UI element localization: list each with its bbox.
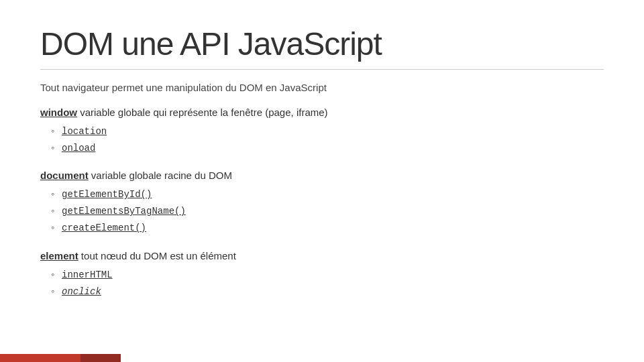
bullet-innerhtml: innerHTML (62, 269, 113, 280)
keyword-element: element (40, 250, 78, 261)
list-item: innerHTML (54, 267, 604, 284)
window-bullet-list: location onload (40, 123, 604, 157)
bullet-getelementbyid: getElementById() (62, 189, 152, 200)
section-window: window variable globale qui représente l… (40, 105, 604, 157)
section-document-title: document variable globale racine du DOM (40, 168, 604, 182)
bullet-onload: onload (62, 143, 95, 154)
list-item: onload (54, 140, 604, 157)
list-item: createElement() (54, 220, 604, 237)
keyword-window: window (40, 107, 77, 118)
bullet-getelementsbytagname: getElementsByTagName() (62, 206, 186, 217)
keyword-document: document (40, 170, 89, 181)
bullet-onclick: onclick (62, 286, 101, 297)
element-description: tout nœud du DOM est un élément (78, 250, 236, 261)
element-bullet-list: innerHTML onclick (40, 267, 604, 300)
document-description: variable globale racine du DOM (89, 170, 232, 181)
list-item: onclick (54, 284, 604, 300)
divider (40, 69, 604, 70)
dark-orange-bar (80, 354, 121, 362)
slide-subtitle: Tout navigateur permet une manipulation … (40, 82, 604, 93)
document-bullet-list: getElementById() getElementsByTagName() … (40, 186, 604, 236)
section-window-title: window variable globale qui représente l… (40, 105, 604, 119)
bullet-createelement: createElement() (62, 223, 146, 233)
section-document: document variable globale racine du DOM … (40, 168, 604, 236)
bottom-bars (0, 354, 644, 362)
slide-title: DOM une API JavaScript (40, 27, 604, 62)
list-item: getElementById() (54, 186, 604, 203)
window-description: variable globale qui représente la fenêt… (77, 107, 328, 118)
section-element-title: element tout nœud du DOM est un élément (40, 249, 604, 263)
slide-container: DOM une API JavaScript Tout navigateur p… (0, 0, 644, 362)
list-item: location (54, 123, 604, 140)
bullet-location: location (62, 126, 107, 137)
list-item: getElementsByTagName() (54, 203, 604, 220)
orange-bar (0, 354, 80, 362)
section-element: element tout nœud du DOM est un élément … (40, 249, 604, 300)
